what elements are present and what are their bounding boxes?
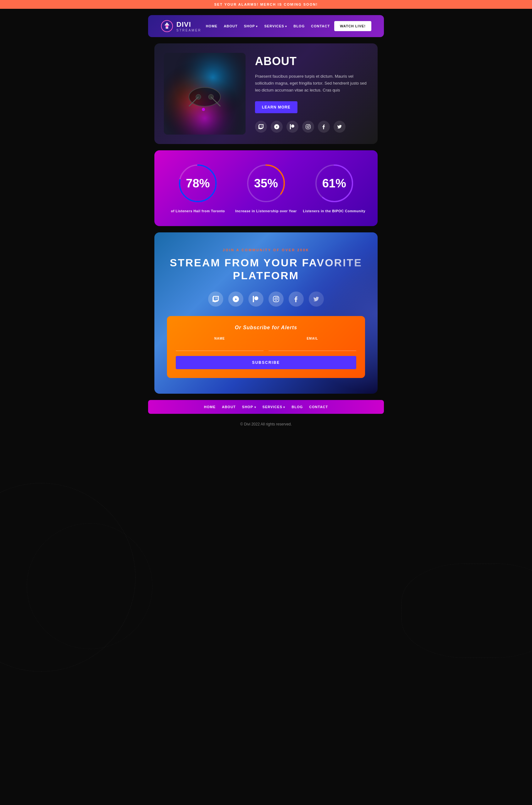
logo-name: DIVI — [176, 20, 202, 28]
svg-rect-13 — [290, 124, 291, 129]
subscribe-box: Or Subscribe for Alerts NAME EMAIL SUBSC… — [167, 316, 365, 378]
banner-text: SET YOUR ALARMS! MERCH IS COMING SOON! — [214, 2, 318, 6]
email-input[interactable] — [268, 342, 356, 351]
svg-rect-25 — [273, 296, 279, 302]
about-section: ABOUT Praesent faucibus posuere turpis e… — [154, 43, 378, 144]
community-label: JOIN A COMMUNITY OF OVER 200K — [167, 248, 365, 252]
svg-point-23 — [254, 296, 259, 300]
stream-title-line1: STREAM FROM YOUR FAVORITE — [170, 256, 362, 269]
stats-section: 78% of Listeners Hail from Toronto 35% I… — [154, 150, 378, 226]
svg-point-1 — [166, 25, 168, 27]
svg-point-26 — [275, 298, 277, 300]
stat-label-2: Increase in Listenership over Year — [232, 209, 300, 213]
stat-circle-2: 35% — [246, 163, 286, 204]
subscribe-title: Or Subscribe for Alerts — [176, 325, 356, 330]
twitch-icon[interactable] — [255, 121, 267, 133]
youtube-icon[interactable] — [271, 121, 283, 133]
about-image-graphic — [164, 53, 246, 135]
subscribe-form-row: NAME EMAIL — [176, 337, 356, 351]
svg-point-27 — [277, 297, 278, 298]
svg-point-12 — [291, 124, 294, 128]
stream-social-icons — [167, 291, 365, 307]
stream-facebook-icon[interactable] — [289, 291, 304, 307]
nav-shop[interactable]: SHOP — [244, 24, 258, 28]
name-input[interactable] — [176, 342, 264, 351]
about-content: ABOUT Praesent faucibus posuere turpis e… — [255, 55, 368, 133]
twitter-icon[interactable] — [334, 121, 345, 133]
footer-nav-home[interactable]: HOME — [204, 405, 216, 409]
svg-point-9 — [202, 108, 205, 111]
watch-live-button[interactable]: WATCH LIVE! — [334, 21, 371, 31]
footer-nav-contact[interactable]: CONTACT — [309, 405, 328, 409]
navbar: DIVI STREAMER HOME ABOUT SHOP SERVICES B… — [148, 15, 384, 37]
nav-about[interactable]: ABOUT — [224, 24, 238, 28]
stat-value-3: 61% — [322, 177, 346, 190]
copyright: © Divi 2022 All rights reserved. — [0, 419, 532, 436]
footer-nav-services[interactable]: SERVICES — [263, 405, 285, 409]
learn-more-button[interactable]: LEARN MORE — [255, 101, 298, 113]
svg-point-15 — [307, 126, 309, 128]
logo-text: DIVI STREAMER — [176, 20, 202, 32]
svg-point-16 — [309, 125, 310, 126]
about-description: Praesent faucibus posuere turpis et dict… — [255, 73, 368, 94]
footer-nav-links: HOME ABOUT SHOP SERVICES BLOG CONTACT — [153, 405, 379, 409]
email-field: EMAIL — [268, 337, 356, 351]
stat-toronto: 78% of Listeners Hail from Toronto — [164, 163, 232, 213]
instagram-icon[interactable] — [302, 121, 314, 133]
stat-label-1: of Listeners Hail from Toronto — [164, 209, 232, 213]
logo: DIVI STREAMER — [161, 20, 202, 32]
nav-home[interactable]: HOME — [206, 24, 217, 28]
email-label: EMAIL — [268, 337, 356, 340]
about-image — [164, 53, 246, 135]
svg-rect-14 — [306, 124, 310, 129]
footer-nav-about[interactable]: ABOUT — [222, 405, 236, 409]
stat-increase: 35% Increase in Listenership over Year — [232, 163, 300, 213]
stat-circle-3: 61% — [314, 163, 355, 204]
svg-point-6 — [189, 88, 221, 106]
stat-value-1: 78% — [186, 177, 210, 190]
stream-title-line2: PLATFORM — [233, 269, 299, 282]
stream-patreon-icon[interactable] — [248, 291, 264, 307]
stat-value-2: 35% — [254, 177, 278, 190]
stream-twitch-icon[interactable] — [208, 291, 223, 307]
announcement-banner: SET YOUR ALARMS! MERCH IS COMING SOON! — [0, 0, 532, 9]
about-social-icons — [255, 121, 368, 133]
name-field: NAME — [176, 337, 264, 351]
nav-services[interactable]: SERVICES — [264, 24, 287, 28]
footer-nav: HOME ABOUT SHOP SERVICES BLOG CONTACT — [148, 400, 384, 414]
footer-nav-blog[interactable]: BLOG — [292, 405, 303, 409]
footer-nav-shop[interactable]: SHOP — [242, 405, 256, 409]
subscribe-button[interactable]: SUBSCRIBE — [176, 356, 356, 369]
patreon-icon[interactable] — [286, 121, 298, 133]
nav-blog[interactable]: BLOG — [293, 24, 305, 28]
logo-icon — [161, 20, 173, 32]
stream-section: JOIN A COMMUNITY OF OVER 200K STREAM FRO… — [154, 232, 378, 394]
stat-label-3: Listeners in the BIPOC Community — [300, 209, 368, 213]
stream-title: STREAM FROM YOUR FAVORITE PLATFORM — [167, 256, 365, 282]
facebook-icon[interactable] — [318, 121, 330, 133]
stream-instagram-icon[interactable] — [268, 291, 284, 307]
stream-youtube-icon[interactable] — [228, 291, 243, 307]
about-title: ABOUT — [255, 55, 368, 68]
nav-contact[interactable]: CONTACT — [311, 24, 330, 28]
svg-rect-24 — [253, 296, 254, 302]
stream-twitter-icon[interactable] — [309, 291, 324, 307]
name-label: NAME — [176, 337, 264, 340]
stat-bipoc: 61% Listeners in the BIPOC Community — [300, 163, 368, 213]
logo-sub: STREAMER — [176, 28, 202, 32]
stat-circle-1: 78% — [177, 163, 218, 204]
nav-links: HOME ABOUT SHOP SERVICES BLOG CONTACT — [206, 24, 330, 28]
